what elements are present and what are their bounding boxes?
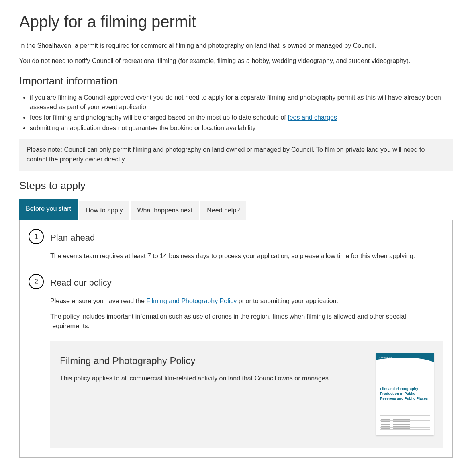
thumb-title: Film and Photography Production in Publi… <box>380 386 430 401</box>
tab-what-happens-next[interactable]: What happens next <box>131 201 199 220</box>
tab-how-to-apply[interactable]: How to apply <box>79 201 129 220</box>
please-note-box: Please note: Council can only permit fil… <box>19 139 453 171</box>
tabs: Before you start How to apply What happe… <box>19 199 453 220</box>
step-title: Read our policy <box>50 276 443 289</box>
intro-paragraph-1: In the Shoalhaven, a permit is required … <box>19 41 453 51</box>
step-text: The policy includes important informatio… <box>50 312 443 331</box>
step-connector-icon <box>36 245 36 276</box>
policy-card-title: Filming and Photography Policy <box>60 353 366 368</box>
step-text-pre: Please ensure you have read the <box>50 298 146 304</box>
list-item: fees for filming and photography will be… <box>30 113 453 123</box>
step-text: The events team requires at least 7 to 1… <box>50 251 443 261</box>
policy-card[interactable]: Filming and Photography Policy This poli… <box>50 341 443 448</box>
step-number-badge: 1 <box>29 229 44 244</box>
page-title: Apply for a filming permit <box>19 10 453 34</box>
intro-paragraph-2: You do not need to notify Council of rec… <box>19 56 453 66</box>
policy-card-desc: This policy applies to all commercial fi… <box>60 374 366 383</box>
list-item: if you are filming a Council-approved ev… <box>30 93 453 112</box>
step-number-badge: 2 <box>29 274 44 289</box>
step-1: 1 Plan ahead The events team requires at… <box>29 229 443 267</box>
tab-need-help[interactable]: Need help? <box>200 201 246 220</box>
important-information-heading: Important information <box>19 73 453 89</box>
policy-document-thumbnail: Shoalhaven City Council Film and Photogr… <box>376 353 434 435</box>
tab-panel-before-you-start: 1 Plan ahead The events team requires at… <box>19 220 453 458</box>
step-text: Please ensure you have read the Filming … <box>50 296 443 306</box>
list-item: submitting an application does not guara… <box>30 123 453 133</box>
list-item-text: fees for filming and photography will be… <box>30 114 288 121</box>
note-text: Please note: Council can only permit fil… <box>27 146 425 163</box>
important-information-list: if you are filming a Council-approved ev… <box>19 93 453 133</box>
filming-policy-link[interactable]: Filming and Photography Policy <box>146 298 237 304</box>
tab-before-you-start[interactable]: Before you start <box>19 199 78 220</box>
steps-to-apply-heading: Steps to apply <box>19 178 453 194</box>
step-text-post: prior to submitting your application. <box>237 298 338 304</box>
fees-and-charges-link[interactable]: fees and charges <box>288 114 337 121</box>
step-2: 2 Read our policy Please ensure you have… <box>29 274 443 448</box>
step-title: Plan ahead <box>50 231 443 244</box>
